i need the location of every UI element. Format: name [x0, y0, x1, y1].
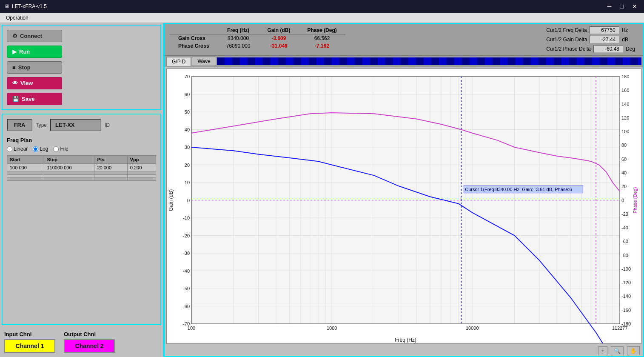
input-channel-value[interactable]: Channel 1 — [4, 339, 55, 353]
connect-button[interactable]: ⚙ Connect — [7, 30, 62, 42]
meas-gain-phase-cross: -31.046 — [259, 42, 299, 50]
freq-row-1-start — [7, 172, 44, 175]
freq-row-0-vpp: 0.200 — [127, 164, 156, 172]
radio-linear[interactable]: Linear — [7, 146, 28, 152]
meas-label-phase-cross: Phase Cross — [170, 42, 218, 50]
freq-row-3-stop — [44, 178, 94, 181]
freq-table-row-3 — [7, 178, 156, 181]
zoom-in-button[interactable]: + — [598, 346, 607, 355]
radio-file[interactable]: File — [53, 146, 68, 152]
menu-bar: Operation — [0, 13, 644, 23]
freq-row-1-vpp — [127, 172, 156, 175]
meas-freq-gain-cross: 8340.000 — [218, 34, 259, 43]
save-icon: 💾 — [12, 96, 19, 102]
freq-row-1-stop — [44, 172, 94, 175]
meas-gain-gain-cross: -3.609 — [259, 34, 299, 43]
right-panel: Freq (Hz) Gain (dB) Phase (Deg) Gain Cro… — [164, 23, 644, 357]
freq-row-2-vpp — [127, 175, 156, 178]
input-channel-label: Input Chnl — [4, 331, 55, 337]
meas-col-empty — [170, 26, 218, 34]
title-bar: 🖥 LET-xFRA-v1.5 ─ □ ✕ — [0, 0, 644, 13]
col-pts: Pts — [94, 156, 127, 164]
radio-file-input[interactable] — [53, 146, 59, 152]
chart-tabs: G/P D Wave — [165, 56, 643, 67]
maximize-button[interactable]: □ — [618, 2, 626, 11]
meas-row-phase-cross: Phase Cross 76090.000 -31.046 -7.162 — [170, 42, 345, 50]
gear-icon: ⚙ — [12, 33, 17, 39]
tab-progress-bar — [217, 57, 641, 65]
chart-footer: + 🔍 ✋ — [165, 346, 643, 356]
output-channel-group: Output Chnl Channel 2 — [64, 331, 115, 353]
radio-linear-input[interactable] — [7, 146, 12, 152]
view-button[interactable]: 👁 View — [7, 77, 62, 89]
freq-table-row-0: 100.000110000.00020.0000.200 — [7, 164, 156, 172]
measurements-table-section: Freq (Hz) Gain (dB) Phase (Deg) Gain Cro… — [165, 24, 350, 55]
app-title: LET-xFRA-v1.5 — [12, 3, 47, 9]
chart-canvas[interactable] — [167, 69, 641, 343]
save-button[interactable]: 💾 Save — [7, 93, 62, 105]
tab-gpd[interactable]: G/P D — [166, 57, 191, 66]
radio-log[interactable]: Log — [33, 146, 48, 152]
cursor-phase-delta-value: -60.48 — [593, 45, 623, 53]
freq-plan-table: Start Stop Pts Vpp 100.000110000.00020.0… — [7, 155, 156, 181]
id-label: ID — [105, 122, 110, 128]
cursor-phase-delta-unit: Deg — [626, 46, 636, 52]
device-type-box: FRA — [7, 119, 32, 131]
cursor-phase-delta-label: Cur1/2 Phase Delta — [546, 46, 591, 52]
cursor-gain-delta-row: Cur1/2 Gain Delta -27.44 dB — [546, 36, 636, 43]
eye-icon: 👁 — [12, 80, 18, 86]
cursor-gain-delta-value: -27.44 — [590, 36, 619, 43]
controls-section: ⚙ Connect ▶ Run ■ Stop 👁 View 💾 Save — [2, 25, 161, 110]
channels-section: Input Chnl Channel 1 Output Chnl Channel… — [0, 327, 163, 357]
type-id-row: FRA Type LET-XX ID — [7, 119, 156, 131]
zoom-out-button[interactable]: 🔍 — [611, 346, 624, 355]
cursor-freq-delta-row: Cur1/2 Freq Delta 67750 Hz — [546, 26, 636, 34]
close-button[interactable]: ✕ — [630, 2, 640, 11]
freq-table-row-2 — [7, 175, 156, 178]
main-layout: ⚙ Connect ▶ Run ■ Stop 👁 View 💾 Save — [0, 23, 644, 357]
meas-label-gain-cross: Gain Cross — [170, 34, 218, 43]
settings-section: FRA Type LET-XX ID Freq Plan Linear Log — [2, 114, 161, 325]
meas-col-gain: Gain (dB) — [259, 26, 299, 34]
freq-row-0-pts: 20.000 — [94, 164, 127, 172]
app-icon: 🖥 — [4, 3, 9, 9]
freq-table-row-1 — [7, 172, 156, 175]
stop-button[interactable]: ■ Stop — [7, 61, 62, 74]
device-id-box: LET-XX — [50, 119, 101, 131]
meas-col-freq: Freq (Hz) — [218, 26, 259, 34]
freq-row-3-start — [7, 178, 44, 181]
meas-row-gain-cross: Gain Cross 8340.000 -3.609 66.562 — [170, 34, 345, 43]
pan-button[interactable]: ✋ — [627, 346, 640, 355]
left-panel: ⚙ Connect ▶ Run ■ Stop 👁 View 💾 Save — [0, 23, 164, 357]
tab-wave[interactable]: Wave — [192, 57, 216, 66]
freq-plan-label: Freq Plan — [7, 137, 156, 143]
cursor-gain-delta-label: Cur1/2 Gain Delta — [546, 37, 587, 43]
minimize-button[interactable]: ─ — [605, 2, 614, 11]
cursor-freq-delta-unit: Hz — [622, 27, 633, 33]
meas-phase-phase-cross: -7.162 — [299, 42, 345, 50]
col-start: Start — [7, 156, 44, 164]
freq-row-0-stop: 110000.000 — [44, 164, 94, 172]
freq-row-2-start — [7, 175, 44, 178]
freq-row-0-start: 100.000 — [7, 164, 44, 172]
meas-phase-gain-cross: 66.562 — [299, 34, 345, 43]
input-channel-group: Input Chnl Channel 1 — [4, 331, 55, 353]
output-channel-value[interactable]: Channel 2 — [64, 339, 115, 353]
chart-container — [166, 69, 641, 344]
cursor-phase-delta-row: Cur1/2 Phase Delta -60.48 Deg — [546, 45, 636, 53]
cursor-delta-section: Cur1/2 Freq Delta 67750 Hz Cur1/2 Gain D… — [539, 24, 643, 55]
radio-log-input[interactable] — [33, 146, 38, 152]
freq-row-3-vpp — [127, 178, 156, 181]
type-label: Type — [36, 122, 47, 128]
cursor-freq-delta-label: Cur1/2 Freq Delta — [546, 27, 587, 33]
col-stop: Stop — [44, 156, 94, 164]
cursor-freq-delta-value: 67750 — [590, 26, 619, 34]
freq-row-1-pts — [94, 172, 127, 175]
run-button[interactable]: ▶ Run — [7, 46, 62, 58]
meas-freq-phase-cross: 76090.000 — [218, 42, 259, 50]
menu-operation[interactable]: Operation — [3, 14, 32, 22]
measurements-top: Freq (Hz) Gain (dB) Phase (Deg) Gain Cro… — [165, 24, 643, 56]
measurements-table: Freq (Hz) Gain (dB) Phase (Deg) Gain Cro… — [170, 26, 345, 50]
stop-icon: ■ — [12, 64, 16, 71]
meas-col-phase: Phase (Deg) — [299, 26, 345, 34]
